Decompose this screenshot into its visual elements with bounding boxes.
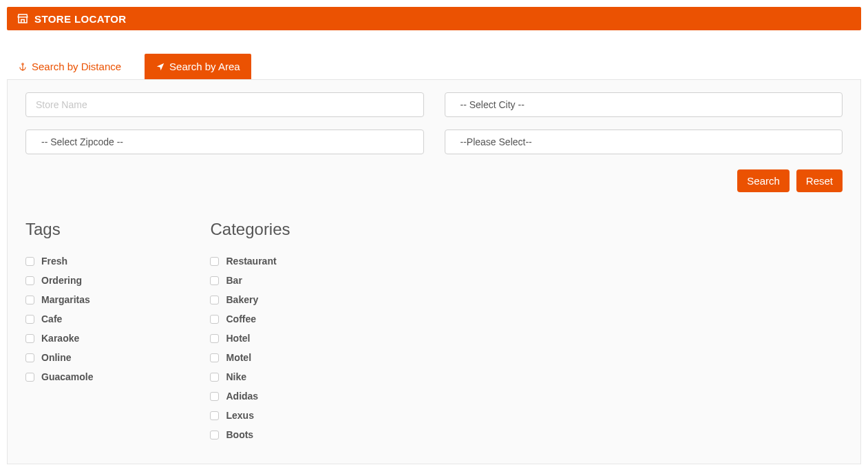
categories-list: RestaurantBarBakeryCoffeeHotelMotelNikeA… xyxy=(210,256,290,440)
store-name-input[interactable] xyxy=(25,92,424,117)
tag-label[interactable]: Ordering xyxy=(41,275,82,286)
tag-label[interactable]: Online xyxy=(41,352,72,363)
tab-distance-label: Search by Distance xyxy=(32,61,121,72)
category-item: Hotel xyxy=(210,333,290,344)
category-checkbox[interactable] xyxy=(210,411,219,420)
city-select[interactable]: -- Select City -- xyxy=(445,92,843,117)
zipcode-select[interactable]: -- Select Zipcode -- xyxy=(25,130,424,154)
category-label[interactable]: Bakery xyxy=(226,294,258,305)
category-item: Boots xyxy=(210,429,290,440)
category-label[interactable]: Lexus xyxy=(226,410,253,421)
tag-item: Cafe xyxy=(25,313,93,324)
category-label[interactable]: Nike xyxy=(226,371,246,382)
tag-label[interactable]: Cafe xyxy=(41,313,62,324)
tag-checkbox[interactable] xyxy=(25,276,34,285)
tag-checkbox[interactable] xyxy=(25,315,34,324)
category-label[interactable]: Coffee xyxy=(226,313,256,324)
category-item: Nike xyxy=(210,371,290,382)
tags-list: FreshOrderingMargaritasCafeKaraokeOnline… xyxy=(25,256,93,382)
tags-heading: Tags xyxy=(25,220,93,239)
form-grid: -- Select City -- -- Select Zipcode -- -… xyxy=(25,92,843,154)
category-item: Restaurant xyxy=(210,256,290,267)
category-checkbox[interactable] xyxy=(210,334,219,343)
svg-point-0 xyxy=(22,63,23,64)
search-panel: -- Select City -- -- Select Zipcode -- -… xyxy=(7,79,861,464)
tag-checkbox[interactable] xyxy=(25,257,34,266)
tag-checkbox[interactable] xyxy=(25,373,34,382)
tag-item: Online xyxy=(25,352,93,363)
tag-item: Ordering xyxy=(25,275,93,286)
tab-search-area[interactable]: Search by Area xyxy=(145,54,251,79)
tab-area-label: Search by Area xyxy=(169,61,240,72)
category-item: Bakery xyxy=(210,294,290,305)
tag-label[interactable]: Guacamole xyxy=(41,371,93,382)
location-arrow-icon xyxy=(156,62,165,72)
category-label[interactable]: Restaurant xyxy=(226,256,276,267)
tag-checkbox[interactable] xyxy=(25,296,34,304)
category-checkbox[interactable] xyxy=(210,431,219,439)
category-item: Adidas xyxy=(210,391,290,402)
category-checkbox[interactable] xyxy=(210,296,219,304)
category-checkbox[interactable] xyxy=(210,392,219,401)
category-label[interactable]: Hotel xyxy=(226,333,250,344)
tags-column: Tags FreshOrderingMargaritasCafeKaraokeO… xyxy=(25,220,93,448)
tab-search-distance[interactable]: Search by Distance xyxy=(7,54,132,79)
store-icon xyxy=(17,12,29,25)
category-checkbox[interactable] xyxy=(210,257,219,266)
tag-checkbox[interactable] xyxy=(25,334,34,343)
generic-select[interactable]: --Please Select-- xyxy=(445,130,843,154)
category-checkbox[interactable] xyxy=(210,373,219,382)
page-title: STORE LOCATOR xyxy=(34,13,127,25)
reset-button[interactable]: Reset xyxy=(796,169,843,192)
category-label[interactable]: Adidas xyxy=(226,391,258,402)
tag-label[interactable]: Fresh xyxy=(41,256,67,267)
categories-column: Categories RestaurantBarBakeryCoffeeHote… xyxy=(210,220,290,448)
tag-label[interactable]: Karaoke xyxy=(41,333,79,344)
category-item: Coffee xyxy=(210,313,290,324)
categories-heading: Categories xyxy=(210,220,290,239)
actions-row: Search Reset xyxy=(25,169,843,192)
category-label[interactable]: Bar xyxy=(226,275,242,286)
category-checkbox[interactable] xyxy=(210,276,219,285)
category-checkbox[interactable] xyxy=(210,353,219,362)
category-item: Motel xyxy=(210,352,290,363)
tag-checkbox[interactable] xyxy=(25,353,34,362)
tag-item: Fresh xyxy=(25,256,93,267)
category-label[interactable]: Boots xyxy=(226,429,253,440)
category-label[interactable]: Motel xyxy=(226,352,251,363)
tag-item: Margaritas xyxy=(25,294,93,305)
search-button[interactable]: Search xyxy=(737,169,790,192)
tag-label[interactable]: Margaritas xyxy=(41,294,90,305)
tabs: Search by Distance Search by Area xyxy=(7,54,861,79)
tag-item: Guacamole xyxy=(25,371,93,382)
tag-item: Karaoke xyxy=(25,333,93,344)
filters-row: Tags FreshOrderingMargaritasCafeKaraokeO… xyxy=(25,220,843,451)
page-header: STORE LOCATOR xyxy=(7,7,861,30)
category-item: Bar xyxy=(210,275,290,286)
category-checkbox[interactable] xyxy=(210,315,219,324)
anchor-icon xyxy=(18,62,28,72)
category-item: Lexus xyxy=(210,410,290,421)
